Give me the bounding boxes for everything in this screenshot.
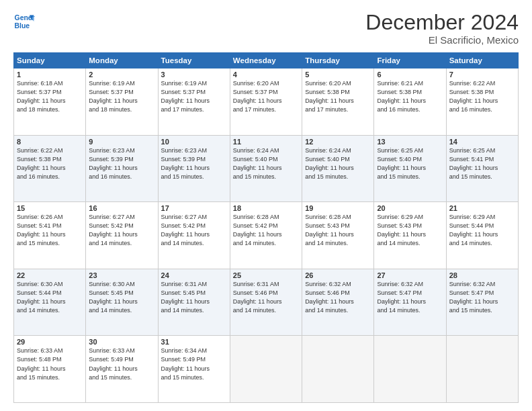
logo: General Blue — [13, 11, 35, 32]
day-number: 22 — [17, 271, 83, 279]
calendar-week-row: 29 Sunrise: 6:33 AMSunset: 5:48 PMDaylig… — [14, 336, 519, 403]
table-row: 20 Sunrise: 6:29 AMSunset: 5:43 PMDaylig… — [374, 202, 446, 269]
day-number: 28 — [449, 271, 515, 279]
table-row: 28 Sunrise: 6:32 AMSunset: 5:47 PMDaylig… — [446, 269, 518, 336]
day-number: 18 — [233, 204, 299, 212]
day-number: 16 — [89, 204, 154, 212]
day-number: 13 — [377, 138, 443, 146]
title-block: December 2024 El Sacrificio, Mexico — [365, 11, 519, 46]
table-row: 10 Sunrise: 6:23 AMSunset: 5:39 PMDaylig… — [158, 135, 230, 202]
day-info: Sunrise: 6:20 AMSunset: 5:38 PMDaylight:… — [305, 79, 371, 114]
day-number: 26 — [305, 271, 371, 279]
day-info: Sunrise: 6:23 AMSunset: 5:39 PMDaylight:… — [89, 146, 154, 181]
header-thursday: Thursday — [302, 53, 374, 68]
day-number: 20 — [377, 204, 443, 212]
table-row: 29 Sunrise: 6:33 AMSunset: 5:48 PMDaylig… — [14, 336, 86, 403]
table-row: 16 Sunrise: 6:27 AMSunset: 5:42 PMDaylig… — [86, 202, 158, 269]
header-wednesday: Wednesday — [230, 53, 302, 68]
table-row: 11 Sunrise: 6:24 AMSunset: 5:40 PMDaylig… — [230, 135, 302, 202]
day-info: Sunrise: 6:28 AMSunset: 5:43 PMDaylight:… — [305, 213, 371, 248]
day-info: Sunrise: 6:27 AMSunset: 5:42 PMDaylight:… — [89, 213, 154, 248]
table-row — [446, 336, 518, 403]
day-info: Sunrise: 6:32 AMSunset: 5:47 PMDaylight:… — [449, 280, 515, 315]
day-info: Sunrise: 6:28 AMSunset: 5:42 PMDaylight:… — [233, 213, 299, 248]
day-number: 30 — [89, 338, 154, 346]
day-info: Sunrise: 6:33 AMSunset: 5:48 PMDaylight:… — [17, 347, 83, 381]
weekday-header-row: Sunday Monday Tuesday Wednesday Thursday… — [14, 53, 519, 68]
header: General Blue December 2024 El Sacrificio… — [13, 11, 519, 46]
day-number: 12 — [305, 138, 371, 146]
table-row: 23 Sunrise: 6:30 AMSunset: 5:45 PMDaylig… — [86, 269, 158, 336]
day-number: 2 — [89, 71, 154, 79]
day-info: Sunrise: 6:31 AMSunset: 5:45 PMDaylight:… — [161, 280, 227, 315]
day-number: 29 — [17, 338, 83, 346]
day-info: Sunrise: 6:32 AMSunset: 5:47 PMDaylight:… — [377, 280, 443, 315]
day-number: 5 — [305, 71, 371, 79]
calendar-table: Sunday Monday Tuesday Wednesday Thursday… — [13, 52, 519, 403]
header-sunday: Sunday — [14, 53, 86, 68]
table-row: 5 Sunrise: 6:20 AMSunset: 5:38 PMDayligh… — [302, 68, 374, 136]
month-title: December 2024 — [365, 11, 519, 34]
day-number: 11 — [233, 138, 299, 146]
table-row: 4 Sunrise: 6:20 AMSunset: 5:37 PMDayligh… — [230, 68, 302, 136]
day-number: 24 — [161, 271, 227, 279]
table-row: 2 Sunrise: 6:19 AMSunset: 5:37 PMDayligh… — [86, 68, 158, 136]
table-row: 22 Sunrise: 6:30 AMSunset: 5:44 PMDaylig… — [14, 269, 86, 336]
day-info: Sunrise: 6:29 AMSunset: 5:43 PMDaylight:… — [377, 213, 443, 248]
day-info: Sunrise: 6:25 AMSunset: 5:40 PMDaylight:… — [377, 146, 443, 181]
day-number: 9 — [89, 138, 154, 146]
day-number: 3 — [161, 71, 227, 79]
day-info: Sunrise: 6:32 AMSunset: 5:46 PMDaylight:… — [305, 280, 371, 315]
day-number: 25 — [233, 271, 299, 279]
table-row: 13 Sunrise: 6:25 AMSunset: 5:40 PMDaylig… — [374, 135, 446, 202]
day-number: 14 — [449, 138, 515, 146]
day-number: 31 — [161, 338, 227, 346]
day-number: 4 — [233, 71, 299, 79]
table-row: 12 Sunrise: 6:24 AMSunset: 5:40 PMDaylig… — [302, 135, 374, 202]
table-row: 26 Sunrise: 6:32 AMSunset: 5:46 PMDaylig… — [302, 269, 374, 336]
day-info: Sunrise: 6:33 AMSunset: 5:49 PMDaylight:… — [89, 347, 154, 381]
day-number: 19 — [305, 204, 371, 212]
table-row: 18 Sunrise: 6:28 AMSunset: 5:42 PMDaylig… — [230, 202, 302, 269]
table-row — [302, 336, 374, 403]
location-title: El Sacrificio, Mexico — [365, 34, 519, 46]
day-info: Sunrise: 6:18 AMSunset: 5:37 PMDaylight:… — [17, 79, 83, 114]
day-info: Sunrise: 6:34 AMSunset: 5:49 PMDaylight:… — [161, 347, 227, 381]
table-row: 24 Sunrise: 6:31 AMSunset: 5:45 PMDaylig… — [158, 269, 230, 336]
calendar-week-row: 15 Sunrise: 6:26 AMSunset: 5:41 PMDaylig… — [14, 202, 519, 269]
table-row: 17 Sunrise: 6:27 AMSunset: 5:42 PMDaylig… — [158, 202, 230, 269]
day-info: Sunrise: 6:26 AMSunset: 5:41 PMDaylight:… — [17, 213, 83, 248]
day-info: Sunrise: 6:31 AMSunset: 5:46 PMDaylight:… — [233, 280, 299, 315]
day-info: Sunrise: 6:30 AMSunset: 5:44 PMDaylight:… — [17, 280, 83, 315]
day-number: 27 — [377, 271, 443, 279]
page: General Blue December 2024 El Sacrificio… — [0, 0, 532, 411]
day-info: Sunrise: 6:22 AMSunset: 5:38 PMDaylight:… — [449, 79, 515, 114]
header-saturday: Saturday — [446, 53, 518, 68]
day-number: 8 — [17, 138, 83, 146]
table-row: 6 Sunrise: 6:21 AMSunset: 5:38 PMDayligh… — [374, 68, 446, 136]
table-row: 15 Sunrise: 6:26 AMSunset: 5:41 PMDaylig… — [14, 202, 86, 269]
day-info: Sunrise: 6:24 AMSunset: 5:40 PMDaylight:… — [233, 146, 299, 181]
table-row: 8 Sunrise: 6:22 AMSunset: 5:38 PMDayligh… — [14, 135, 86, 202]
day-info: Sunrise: 6:21 AMSunset: 5:38 PMDaylight:… — [377, 79, 443, 114]
day-number: 1 — [17, 71, 83, 79]
day-info: Sunrise: 6:19 AMSunset: 5:37 PMDaylight:… — [161, 79, 227, 114]
logo-icon: General Blue — [13, 11, 35, 32]
header-monday: Monday — [86, 53, 158, 68]
table-row: 31 Sunrise: 6:34 AMSunset: 5:49 PMDaylig… — [158, 336, 230, 403]
table-row: 30 Sunrise: 6:33 AMSunset: 5:49 PMDaylig… — [86, 336, 158, 403]
day-number: 23 — [89, 271, 154, 279]
calendar-week-row: 8 Sunrise: 6:22 AMSunset: 5:38 PMDayligh… — [14, 135, 519, 202]
day-info: Sunrise: 6:27 AMSunset: 5:42 PMDaylight:… — [161, 213, 227, 248]
day-info: Sunrise: 6:23 AMSunset: 5:39 PMDaylight:… — [161, 146, 227, 181]
table-row: 9 Sunrise: 6:23 AMSunset: 5:39 PMDayligh… — [86, 135, 158, 202]
day-info: Sunrise: 6:19 AMSunset: 5:37 PMDaylight:… — [89, 79, 154, 114]
table-row: 14 Sunrise: 6:25 AMSunset: 5:41 PMDaylig… — [446, 135, 518, 202]
day-info: Sunrise: 6:29 AMSunset: 5:44 PMDaylight:… — [449, 213, 515, 248]
calendar-week-row: 22 Sunrise: 6:30 AMSunset: 5:44 PMDaylig… — [14, 269, 519, 336]
day-info: Sunrise: 6:30 AMSunset: 5:45 PMDaylight:… — [89, 280, 154, 315]
svg-text:Blue: Blue — [15, 22, 30, 30]
header-tuesday: Tuesday — [158, 53, 230, 68]
day-number: 6 — [377, 71, 443, 79]
header-friday: Friday — [374, 53, 446, 68]
